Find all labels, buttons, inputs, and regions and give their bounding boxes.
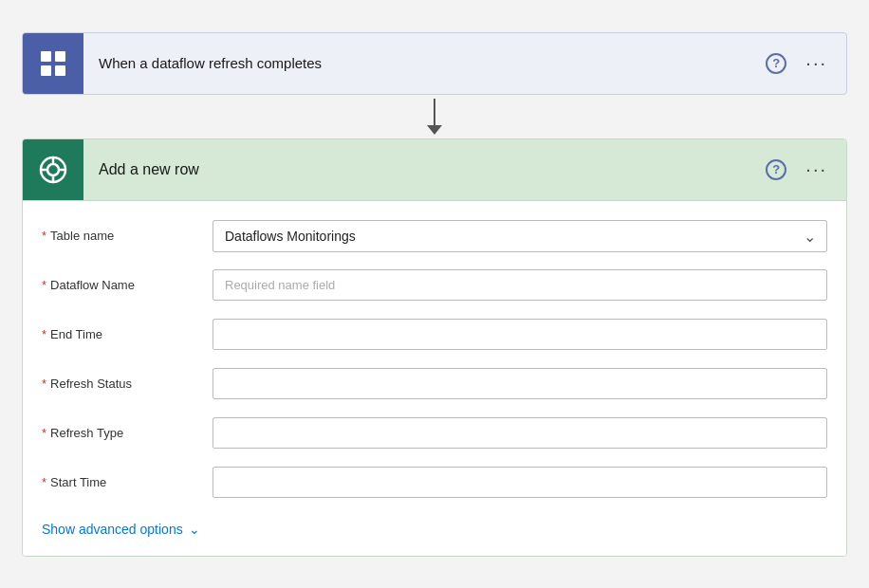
table-name-select[interactable]: Dataflows Monitorings bbox=[213, 220, 827, 252]
svg-rect-0 bbox=[41, 51, 51, 62]
start-time-required: * bbox=[42, 475, 46, 489]
dataflow-name-required: * bbox=[42, 278, 46, 292]
end-time-row: * End Time bbox=[42, 315, 827, 355]
form-body: * Table name Dataflows Monitorings ⌄ * bbox=[23, 201, 846, 556]
refresh-status-required: * bbox=[42, 377, 46, 391]
end-time-required: * bbox=[42, 327, 46, 341]
main-container: When a dataflow refresh completes ? ··· bbox=[22, 32, 847, 557]
dataflow-name-row: * Dataflow Name bbox=[42, 266, 827, 305]
svg-rect-2 bbox=[41, 65, 51, 76]
end-time-control bbox=[213, 319, 827, 350]
action-header: Add a new row ? ··· bbox=[23, 139, 846, 201]
start-time-label: * Start Time bbox=[42, 475, 213, 489]
dataflow-name-label: * Dataflow Name bbox=[42, 278, 213, 292]
advanced-options-label: Show advanced options bbox=[42, 522, 183, 537]
advanced-chevron-icon: ⌄ bbox=[189, 522, 200, 537]
action-title: Add a new row bbox=[83, 161, 762, 178]
refresh-status-row: * Refresh Status bbox=[42, 364, 827, 404]
refresh-status-input[interactable] bbox=[213, 368, 827, 399]
end-time-label: * End Time bbox=[42, 327, 213, 341]
arrow-head bbox=[427, 125, 442, 135]
trigger-help-button[interactable]: ? bbox=[762, 49, 790, 78]
trigger-icon-box bbox=[23, 33, 83, 94]
trigger-card: When a dataflow refresh completes ? ··· bbox=[22, 32, 847, 95]
trigger-actions: ? ··· bbox=[762, 48, 846, 78]
action-more-button[interactable]: ··· bbox=[802, 155, 831, 184]
table-name-control: Dataflows Monitorings ⌄ bbox=[213, 220, 827, 252]
trigger-help-icon: ? bbox=[766, 53, 786, 74]
trigger-icon bbox=[38, 48, 68, 79]
show-advanced-options-button[interactable]: Show advanced options ⌄ bbox=[42, 512, 200, 544]
action-help-button[interactable]: ? bbox=[762, 156, 790, 184]
action-more-icon: ··· bbox=[805, 158, 827, 180]
trigger-more-icon: ··· bbox=[805, 52, 827, 74]
table-name-value: Dataflows Monitorings bbox=[225, 229, 356, 244]
action-help-icon: ? bbox=[766, 159, 786, 180]
start-time-input[interactable] bbox=[213, 467, 827, 498]
svg-rect-3 bbox=[55, 65, 65, 76]
svg-point-5 bbox=[47, 164, 59, 175]
arrow-line bbox=[434, 99, 435, 125]
refresh-status-label: * Refresh Status bbox=[42, 377, 213, 391]
table-name-row: * Table name Dataflows Monitorings ⌄ bbox=[42, 216, 827, 256]
trigger-title: When a dataflow refresh completes bbox=[83, 55, 762, 71]
table-name-label: * Table name bbox=[42, 229, 213, 243]
refresh-type-label: * Refresh Type bbox=[42, 426, 213, 440]
trigger-more-button[interactable]: ··· bbox=[802, 48, 831, 78]
action-actions: ? ··· bbox=[762, 155, 846, 184]
start-time-control bbox=[213, 467, 827, 498]
refresh-type-required: * bbox=[42, 426, 46, 440]
end-time-input[interactable] bbox=[213, 319, 827, 350]
action-icon-box bbox=[23, 139, 83, 200]
refresh-type-row: * Refresh Type bbox=[42, 413, 827, 453]
refresh-type-input[interactable] bbox=[213, 417, 827, 449]
connector bbox=[427, 99, 442, 135]
refresh-status-control bbox=[213, 368, 827, 399]
start-time-row: * Start Time bbox=[42, 463, 827, 503]
refresh-type-control bbox=[213, 417, 827, 449]
table-name-select-wrapper: Dataflows Monitorings ⌄ bbox=[213, 220, 827, 252]
action-icon bbox=[38, 155, 68, 185]
dataflow-name-control bbox=[213, 269, 827, 301]
dataflow-name-input[interactable] bbox=[213, 269, 827, 301]
svg-rect-1 bbox=[55, 51, 65, 62]
table-name-required: * bbox=[42, 229, 46, 243]
action-card: Add a new row ? ··· * Table name bbox=[22, 138, 847, 557]
